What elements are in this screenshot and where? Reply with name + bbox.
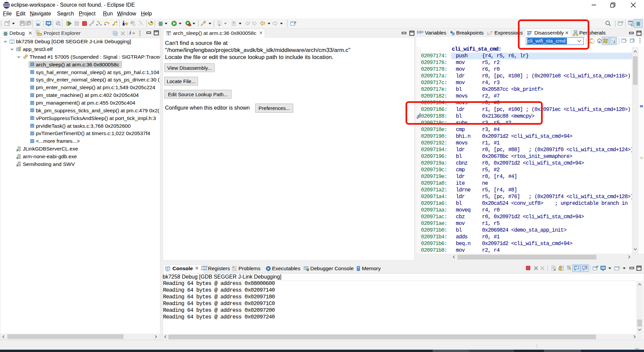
- svg-text:010: 010: [37, 23, 41, 26]
- svg-text:c: c: [11, 40, 13, 44]
- svg-text:{=: {=: [612, 39, 615, 42]
- svg-text:c: c: [168, 32, 170, 36]
- svg-text:x: x: [487, 31, 488, 34]
- svg-text:C: C: [631, 23, 634, 26]
- svg-text:y: y: [489, 32, 490, 36]
